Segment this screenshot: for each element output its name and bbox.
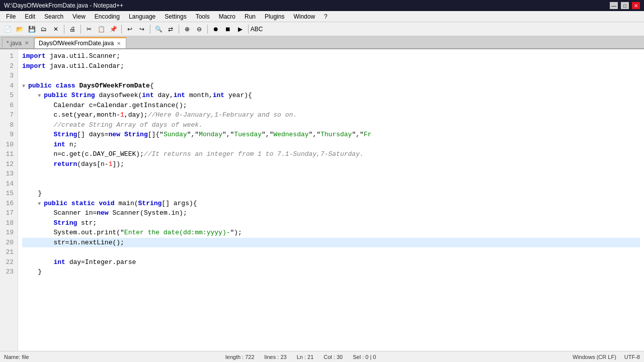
window-controls[interactable]: — □ ✕ [610,2,640,9]
line-num-16: 16 [2,199,14,209]
line-num-21: 21 [2,247,14,257]
paste-button[interactable]: 📌 [108,24,119,35]
menu-bar: File Edit Search View Encoding Language … [0,11,644,22]
cut-button[interactable]: ✂ [84,24,95,35]
line-num-10: 10 [2,140,14,150]
status-length: length : 722 [225,354,255,360]
menu-window[interactable]: Window [289,12,319,21]
line-num-17: 17 [2,208,14,218]
code-editor[interactable]: import java.util.Scanner; import java.ut… [18,49,644,351]
line-num-4: 4 [2,81,14,91]
line-num-19: 19 [2,228,14,238]
status-encoding: UTF-8 [624,354,640,360]
open-file-button[interactable]: 📂 [14,24,25,35]
line-num-14: 14 [2,179,14,189]
title-bar: W:\DaysOfWeekFromDate.java - Notepad++ —… [0,0,644,11]
close-window-button[interactable]: ✕ [632,2,640,9]
window-title: W:\DaysOfWeekFromDate.java - Notepad++ [4,2,610,9]
toolbar: 📄 📂 💾 🗂 ✕ 🖨 ✂ 📋 📌 ↩ ↪ 🔍 ⇄ ⊕ ⊖ ⏺ ⏹ ▶ ABC [0,22,644,36]
toolbar-sep-2 [80,25,81,34]
menu-edit[interactable]: Edit [21,12,39,21]
tab-days-of-week-label: DaysOfWeekFromDate.java [39,40,114,47]
undo-button[interactable]: ↩ [124,24,135,35]
line-num-9: 9 [2,130,14,140]
tab-first-file-label: *.java [7,40,22,47]
line-num-6: 6 [2,101,14,111]
zoom-out-button[interactable]: ⊖ [194,24,205,35]
menu-macro[interactable]: Macro [215,12,239,21]
toolbar-sep-5 [179,25,179,34]
find-button[interactable]: 🔍 [153,24,164,35]
tab-bar: *.java ✕ DaysOfWeekFromDate.java ✕ [0,36,644,49]
line-numbers: 1 2 3 4 5 6 7 8 9 10 11 12 13 14 15 16 1… [0,49,18,351]
tab-first-file-close[interactable]: ✕ [24,40,30,46]
copy-button[interactable]: 📋 [96,24,107,35]
menu-view[interactable]: View [68,12,90,21]
redo-button[interactable]: ↪ [136,24,147,35]
menu-plugins[interactable]: Plugins [261,12,288,21]
menu-run[interactable]: Run [240,12,260,21]
toolbar-sep-7 [248,25,249,34]
menu-file[interactable]: File [2,12,20,21]
line-num-22: 22 [2,257,14,267]
status-right: Windows (CR LF) UTF-8 [573,354,640,360]
status-sel: Sel : 0 | 0 [353,354,376,360]
tab-first-file[interactable]: *.java ✕ [2,37,34,48]
minimize-button[interactable]: — [610,2,618,9]
line-num-5: 5 [2,90,14,101]
line-num-2: 2 [2,61,14,71]
menu-help[interactable]: ? [320,12,332,21]
maximize-button[interactable]: □ [621,2,629,9]
status-ln: Ln : 21 [297,354,314,360]
line-num-1: 1 [2,51,14,61]
line-num-12: 12 [2,159,14,169]
menu-settings[interactable]: Settings [160,12,190,21]
save-button[interactable]: 💾 [26,24,37,35]
status-center: length : 722 lines : 23 Ln : 21 Col : 30… [225,354,376,360]
macro-stop-button[interactable]: ⏹ [222,24,233,35]
print-button[interactable]: 🖨 [67,24,78,35]
line-num-15: 15 [2,189,14,199]
save-all-button[interactable]: 🗂 [38,24,49,35]
zoom-in-button[interactable]: ⊕ [182,24,193,35]
replace-button[interactable]: ⇄ [165,24,176,35]
menu-language[interactable]: Language [125,12,159,21]
toolbar-sep-3 [121,25,122,34]
tab-days-of-week-close[interactable]: ✕ [116,41,122,46]
toolbar-sep-1 [64,25,64,34]
toolbar-sep-6 [207,25,208,34]
spell-check-button[interactable]: ABC [251,24,262,35]
status-lines: lines : 23 [265,354,287,360]
line-num-7: 7 [2,110,14,120]
line-num-8: 8 [2,120,14,130]
line-num-3: 3 [2,71,14,81]
new-file-button[interactable]: 📄 [2,24,13,35]
toolbar-sep-4 [150,25,150,34]
status-col: Col : 30 [324,354,343,360]
macro-record-button[interactable]: ⏺ [210,24,221,35]
macro-play-button[interactable]: ▶ [234,24,246,35]
code-area: 1 2 3 4 5 6 7 8 9 10 11 12 13 14 15 16 1… [0,49,644,351]
status-line-ending: Windows (CR LF) [573,354,616,360]
tab-days-of-week[interactable]: DaysOfWeekFromDate.java ✕ [34,37,126,48]
menu-search[interactable]: Search [40,12,67,21]
menu-tools[interactable]: Tools [192,12,214,21]
status-bar: Name: file length : 722 lines : 23 Ln : … [0,351,644,362]
menu-encoding[interactable]: Encoding [91,12,124,21]
line-num-23: 23 [2,267,14,277]
line-num-11: 11 [2,149,14,159]
close-button[interactable]: ✕ [50,24,61,35]
line-num-18: 18 [2,218,14,228]
line-num-13: 13 [2,169,14,179]
status-file-type: Name: file [4,354,29,360]
line-num-20: 20 [2,238,14,248]
